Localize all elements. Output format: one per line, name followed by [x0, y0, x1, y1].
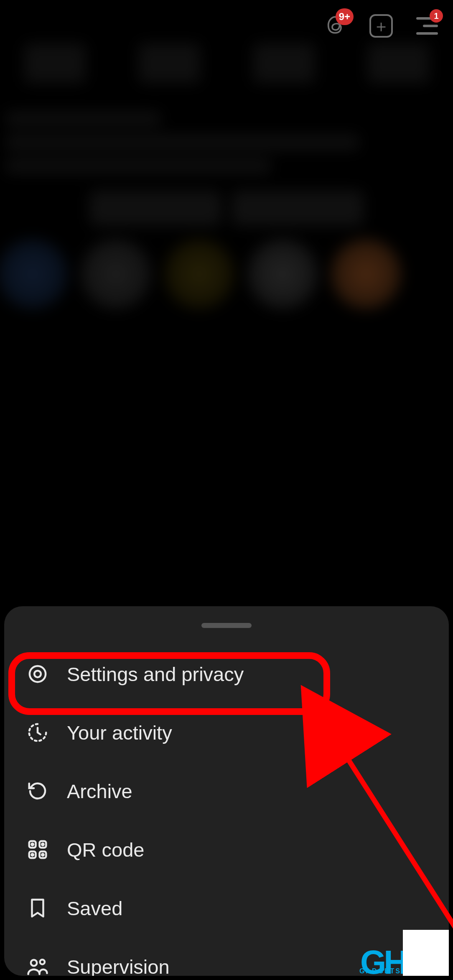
menu-badge: 1: [430, 9, 443, 23]
gear-icon: [25, 661, 50, 687]
threads-button[interactable]: 9+: [322, 13, 349, 39]
watermark-square: [403, 930, 449, 976]
svg-point-11: [40, 960, 45, 964]
header-actions: 9+ ＋ 1: [322, 13, 440, 39]
sheet-grabber[interactable]: [201, 623, 252, 628]
activity-icon: [25, 720, 50, 745]
menu-item-label: Your activity: [67, 721, 424, 744]
watermark: GH GADGETS: [360, 930, 449, 976]
svg-point-7: [42, 843, 44, 845]
menu-button[interactable]: 1: [414, 13, 440, 39]
qr-code-icon: [25, 837, 50, 862]
svg-point-8: [31, 854, 33, 856]
menu-item-archive[interactable]: Archive: [4, 762, 449, 820]
svg-point-1: [34, 671, 41, 677]
bookmark-icon: [25, 896, 50, 921]
create-button[interactable]: ＋: [368, 13, 394, 39]
menu-item-qr-code[interactable]: QR code: [4, 820, 449, 879]
sheet-menu: Settings and privacy Your activity Archi…: [4, 645, 449, 976]
menu-item-label: Saved: [67, 897, 424, 920]
menu-item-label: Settings and privacy: [67, 663, 424, 686]
svg-point-0: [30, 666, 46, 682]
supervision-icon: [25, 954, 50, 976]
svg-point-10: [31, 960, 37, 966]
svg-point-6: [31, 843, 33, 845]
archive-icon: [25, 778, 50, 804]
menu-item-label: Archive: [67, 780, 424, 803]
options-bottom-sheet: Settings and privacy Your activity Archi…: [4, 606, 449, 976]
menu-item-your-activity[interactable]: Your activity: [4, 703, 449, 762]
watermark-subtext: GADGETS: [359, 967, 401, 975]
menu-item-label: QR code: [67, 838, 424, 861]
threads-badge: 9+: [336, 8, 354, 25]
menu-item-saved[interactable]: Saved: [4, 879, 449, 937]
plus-box-icon: ＋: [369, 14, 393, 38]
menu-item-settings-and-privacy[interactable]: Settings and privacy: [4, 645, 449, 703]
svg-point-9: [42, 854, 44, 856]
